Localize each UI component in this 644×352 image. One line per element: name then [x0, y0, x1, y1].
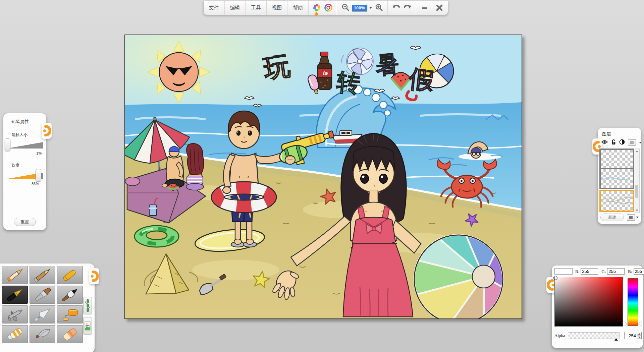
hue-marker-right[interactable]: [638, 322, 641, 326]
zoom-in-button[interactable]: [373, 2, 385, 13]
brush-paint-bottle[interactable]: [2, 325, 28, 343]
reset-button[interactable]: 重置: [14, 218, 36, 226]
alpha-spin-down[interactable]: [637, 336, 641, 339]
layer-lock-icon[interactable]: [611, 139, 616, 146]
alpha-spin-up[interactable]: [637, 332, 641, 336]
brush-wood-pencil[interactable]: [30, 266, 55, 284]
close-button[interactable]: [434, 2, 445, 13]
alpha-slider[interactable]: [568, 332, 620, 339]
sv-cursor[interactable]: [553, 276, 557, 280]
brush-picker-panel: [0, 263, 95, 352]
green-input[interactable]: [607, 268, 625, 275]
brush-leaf-pen[interactable]: [30, 325, 55, 343]
hue-marker-left[interactable]: [624, 322, 627, 326]
softness-value: 86%: [3, 182, 39, 186]
menu-tools[interactable]: 工具: [246, 1, 267, 15]
layer-item-middle[interactable]: [601, 168, 633, 188]
blue-label: B:: [628, 269, 632, 274]
green-swim-ring: [135, 226, 179, 247]
brush-paint-roller[interactable]: [57, 305, 83, 324]
zoom-level-dropdown[interactable]: [368, 4, 373, 11]
scroll-down-arrow[interactable]: [635, 208, 639, 213]
undo-button[interactable]: [390, 2, 402, 13]
hue-slider[interactable]: [628, 278, 638, 326]
menu-file[interactable]: 文件: [204, 1, 225, 15]
redo-button[interactable]: [402, 2, 413, 13]
panel-grip-icon: [90, 270, 99, 282]
brush-flat-brush[interactable]: [30, 286, 55, 304]
red-label: R:: [575, 269, 579, 274]
brush-colored-pencil[interactable]: [2, 266, 28, 284]
brush-crayon[interactable]: [57, 266, 83, 284]
brush-eraser[interactable]: [57, 325, 83, 343]
saturation-value-field[interactable]: [554, 277, 623, 327]
title-char-4: 假: [407, 64, 436, 95]
pencil-panel-title: 铅笔属性: [11, 119, 46, 125]
minimize-button[interactable]: [419, 2, 430, 13]
green-label: G:: [601, 269, 606, 274]
brush-size-slider[interactable]: [5, 139, 44, 151]
red-input[interactable]: [581, 268, 598, 275]
title-char-3: 暑: [374, 50, 400, 79]
app-logo-group: [309, 1, 337, 15]
brush-size-label: 笔触大小: [11, 132, 46, 138]
layer-visibility-icon[interactable]: [601, 139, 608, 146]
menu-help[interactable]: 帮助: [287, 1, 309, 15]
pencil-panel-handle[interactable]: [42, 123, 52, 139]
rainbow-beach-ball: [414, 235, 503, 318]
scroll-up-arrow[interactable]: [635, 149, 639, 154]
current-color-swatch: [554, 268, 573, 275]
title-char-2: 转: [335, 68, 361, 98]
bamboo-icon: [85, 299, 90, 313]
zoom-level-value: 100%: [352, 5, 367, 11]
title-char-1: 玩: [261, 50, 292, 84]
alpha-marker[interactable]: [614, 338, 618, 341]
main-toolbar: 文件 编辑 工具 视图 帮助: [203, 1, 448, 15]
brush-palette-knife[interactable]: [30, 305, 55, 324]
softness-label: 软度: [11, 163, 46, 168]
menu-edit[interactable]: 编辑: [225, 1, 246, 15]
blue-input[interactable]: [634, 268, 644, 275]
zoom-out-button[interactable]: [340, 2, 351, 13]
layers-panel: 图层: [598, 128, 641, 224]
layer-item-bottom-active[interactable]: [599, 190, 634, 212]
brush-airbrush[interactable]: [2, 305, 28, 324]
sun: [148, 41, 210, 103]
bamboo-stamp-button[interactable]: [83, 297, 92, 314]
brush-size-value: 1%: [3, 151, 42, 155]
brush-fountain-pen[interactable]: [2, 286, 28, 304]
picture-icon: [85, 319, 91, 333]
layer-menu-caret[interactable]: [639, 142, 642, 143]
layer-list: [599, 149, 634, 212]
layer-menu-button[interactable]: [628, 139, 636, 146]
pencil-properties-panel: 铅笔属性 笔触大小 1% 软度 86% 重置: [3, 113, 46, 230]
panel-grip-icon: [42, 125, 51, 137]
layer-scrollbar[interactable]: [635, 149, 640, 213]
scrollbar-thumb[interactable]: [635, 185, 638, 198]
bottle-label: la: [322, 70, 328, 76]
color-swirl-icon[interactable]: [323, 2, 334, 13]
brush-size-slider-handle[interactable]: [5, 138, 10, 151]
brush-ink-brush[interactable]: [57, 286, 83, 304]
alpha-label: Alpha: [554, 333, 568, 338]
window-controls: [416, 1, 448, 15]
color-picker-panel: R: G: B: Alpha: [552, 266, 643, 348]
notification-dot: [315, 12, 318, 16]
layers-options-button[interactable]: [627, 214, 635, 221]
softness-slider-handle[interactable]: [36, 169, 41, 182]
new-layer-button[interactable]: 新建: [600, 214, 624, 221]
layer-blend-icon[interactable]: [619, 139, 625, 146]
alpha-input[interactable]: [625, 332, 637, 339]
softness-slider[interactable]: [5, 170, 44, 181]
color-flower-icon[interactable]: [311, 2, 323, 13]
brush-grid: [2, 266, 83, 343]
menu-view[interactable]: 视图: [267, 1, 288, 15]
drawing-canvas[interactable]: la: [124, 35, 522, 319]
zoom-level-combobox[interactable]: 100%: [352, 4, 367, 12]
layer-item-top[interactable]: [601, 150, 633, 168]
history-controls: [388, 1, 416, 15]
layers-options-caret[interactable]: [636, 217, 639, 218]
beach-artwork: la: [125, 35, 522, 318]
picture-stamp-button[interactable]: [83, 317, 92, 335]
brush-panel-handle[interactable]: [89, 268, 99, 284]
